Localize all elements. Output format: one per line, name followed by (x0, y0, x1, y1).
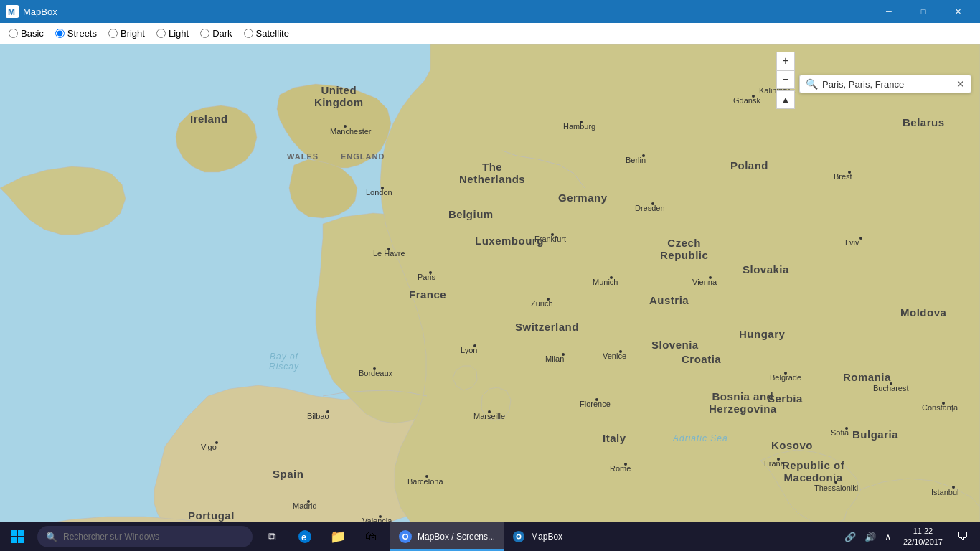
map-svg (0, 44, 980, 551)
city-dot-marseille (488, 410, 491, 413)
city-dot-paris (429, 271, 432, 274)
svg-point-14 (404, 535, 407, 539)
city-dot-istanbul (952, 486, 955, 489)
city-dot-bordeaux (373, 367, 376, 370)
taskbar-explorer-button[interactable]: 📁 (321, 522, 354, 551)
svg-point-17 (517, 535, 520, 538)
radio-bright[interactable]: Bright (108, 28, 145, 39)
notification-button[interactable]: 🗨 (951, 522, 974, 551)
search-icon: 🔍 (806, 78, 818, 90)
svg-text:M: M (8, 7, 15, 17)
city-dot-zurich (547, 298, 550, 301)
taskbar-search-input[interactable] (63, 532, 244, 542)
taskview-button[interactable]: ⧉ (255, 522, 288, 551)
city-dot-sofia (845, 427, 848, 430)
taskbar: 🔍 ⧉ e 📁 🛍 MapBox / Screens... (0, 522, 980, 551)
city-dot-bilbao (326, 410, 329, 413)
start-button[interactable] (0, 522, 34, 551)
city-dot-constanta (942, 402, 945, 405)
taskbar-app-mapbox-chrome[interactable]: MapBox / Screens... (390, 522, 504, 551)
taskbar-clock[interactable]: 11:22 22/10/2017 (897, 526, 948, 548)
map-toolbar: Basic Streets Bright Light Dark Satellit… (0, 23, 980, 44)
city-dot-valencia (379, 515, 382, 518)
city-dot-gdansk (752, 95, 755, 98)
title-text: MapBox (23, 6, 57, 17)
taskbar-app-mapbox2[interactable]: MapBox (504, 522, 597, 551)
taskbar-search-icon: 🔍 (46, 532, 57, 542)
taskbar-search[interactable]: 🔍 (37, 526, 253, 547)
city-dot-berlin (642, 154, 645, 157)
taskbar-edge-button[interactable]: e (288, 522, 321, 551)
city-dot-lehavre (387, 248, 390, 250)
taskbar-system-tray: 🔗 🔊 ∧ 11:22 22/10/2017 🗨 (836, 522, 980, 551)
search-input[interactable] (822, 79, 953, 90)
radio-basic[interactable]: Basic (9, 28, 44, 39)
city-dot-manchester (344, 125, 347, 128)
city-dot-barcelona (425, 475, 428, 478)
radio-dark[interactable]: Dark (200, 28, 232, 39)
compass-button[interactable]: ▲ (776, 90, 795, 109)
city-dot-munich (610, 276, 613, 279)
svg-rect-7 (18, 530, 24, 536)
city-dot-hamburg (580, 121, 583, 123)
radio-streets[interactable]: Streets (55, 28, 97, 39)
city-dot-frankfurt (551, 233, 554, 236)
city-dot-thessaloniki (834, 481, 837, 484)
map-controls: + − ▲ (776, 52, 795, 109)
title-bar: M MapBox ─ □ ✕ (0, 0, 980, 23)
city-dot-dresden (651, 202, 654, 205)
svg-rect-6 (11, 530, 17, 536)
city-dot-belgrade (784, 372, 787, 375)
city-dot-tirana (777, 458, 780, 461)
radio-light[interactable]: Light (156, 28, 189, 39)
maximize-button[interactable]: □ (907, 0, 940, 23)
city-dot-vigo (215, 441, 218, 444)
svg-rect-8 (11, 537, 17, 543)
volume-icon[interactable]: 🔊 (862, 529, 879, 545)
city-dot-lviv (859, 237, 862, 240)
search-box[interactable]: 🔍 ✕ (799, 75, 971, 93)
network-icon[interactable]: 🔗 (842, 529, 859, 545)
city-dot-rome (624, 463, 627, 466)
close-button[interactable]: ✕ (941, 0, 974, 23)
app-icon: M (6, 5, 19, 18)
minimize-button[interactable]: ─ (872, 0, 905, 23)
city-dot-brest (848, 171, 851, 174)
city-dot-lyon (473, 344, 476, 347)
city-dot-milan (562, 353, 565, 356)
city-dot-madrid (307, 500, 310, 503)
svg-text:e: e (301, 532, 306, 542)
map-area[interactable]: 🔍 ✕ + − ▲ Ireland UnitedKingdom France S… (0, 44, 980, 551)
taskbar-running-apps: MapBox / Screens... MapBox (387, 522, 836, 551)
clear-search-button[interactable]: ✕ (956, 78, 965, 90)
city-dot-florence (595, 398, 598, 401)
svg-rect-9 (18, 537, 24, 543)
city-dot-venice (619, 350, 622, 353)
taskbar-store-button[interactable]: 🛍 (354, 522, 387, 551)
city-dot-vienna (709, 276, 712, 279)
zoom-in-button[interactable]: + (776, 52, 795, 70)
zoom-out-button[interactable]: − (776, 70, 795, 89)
radio-satellite[interactable]: Satellite (244, 28, 289, 39)
city-dot-london (381, 187, 384, 189)
city-dot-bucharest (890, 382, 892, 385)
notification-expand-icon[interactable]: ∧ (882, 529, 895, 545)
